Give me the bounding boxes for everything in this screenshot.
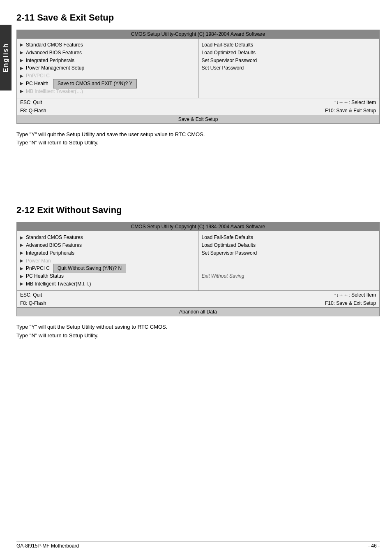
side-tab: English — [0, 25, 12, 91]
arrow-icon: ▶ — [20, 65, 23, 71]
footer-esc-quit-2: ESC: Quit — [20, 292, 42, 298]
right-item-2-5 — [202, 265, 376, 272]
right-item-2-7 — [202, 280, 376, 288]
right-item-2-6: Exit Without Saving — [202, 272, 376, 280]
right-item-1-2: Load Optimized Defaults — [202, 49, 376, 57]
right-item-1-1: Load Fail-Safe Defaults — [202, 41, 376, 49]
arrow-icon: ▶ — [20, 242, 23, 248]
quit-without-saving-dialog: Quit Without Saving (Y/N)? N — [53, 264, 126, 273]
section1-heading: 2-11 Save & Exit Setup — [16, 12, 380, 23]
cmos-status-bar-1: Save & Exit Setup — [17, 115, 379, 123]
cmos-footer-1: ESC: Quit ↑↓→←: Select Item — [17, 98, 379, 107]
menu-item-1-6: ▶ PC Health Save to CMOS and EXIT (Y/N)?… — [20, 80, 195, 88]
footer-select-item-1: ↑↓→←: Select Item — [334, 100, 376, 105]
cmos-right-1: Load Fail-Safe Defaults Load Optimized D… — [198, 39, 380, 98]
right-item-1-7 — [202, 88, 376, 95]
cmos-box-1: CMOS Setup Utility-Copyright (C) 1984-20… — [16, 30, 380, 124]
menu-item-2-3: ▶ Integrated Peripherals — [20, 249, 195, 257]
right-item-1-4: Set User Password — [202, 64, 376, 72]
footer-select-item-2: ↑↓→←: Select Item — [334, 292, 376, 298]
arrow-icon: ▶ — [20, 235, 23, 241]
section2-desc: Type "Y" will quit the Setup Utility wit… — [16, 323, 380, 340]
right-item-2-1: Load Fail-Safe Defaults — [202, 234, 376, 241]
cmos-footer-2b: F8: Q-Flash F10: Save & Exit Setup — [17, 299, 379, 307]
arrow-icon: ▶ — [20, 88, 23, 94]
save-exit-dialog: Save to CMOS and EXIT (Y/N)? Y — [53, 79, 137, 88]
section2-heading: 2-12 Exit Without Saving — [16, 205, 380, 216]
arrow-icon: ▶ — [20, 73, 23, 79]
menu-item-1-2: ▶ Advanced BIOS Features — [20, 49, 195, 57]
arrow-icon: ▶ — [20, 258, 23, 264]
menu-item-2-1: ▶ Standard CMOS Features — [20, 234, 195, 241]
footer-qflash-2: F8: Q-Flash — [20, 300, 46, 306]
right-item-2-2: Load Optimized Defaults — [202, 241, 376, 249]
menu-item-2-2: ▶ Advanced BIOS Features — [20, 241, 195, 249]
menu-item-1-7: ▶ MB Intelli ent Tweaker(…) — [20, 88, 195, 95]
footer-esc-quit-1: ESC: Quit — [20, 100, 42, 105]
cmos-title-2: CMOS Setup Utility-Copyright (C) 1984-20… — [17, 223, 379, 231]
right-item-2-3: Set Supervisor Password — [202, 249, 376, 257]
cmos-footer-1b: F8: Q-Flash F10: Save & Exit Setup — [17, 107, 379, 115]
section2-desc-line2: Type "N" will return to Setup Utility. — [16, 332, 380, 340]
footer-qflash-1: F8: Q-Flash — [20, 108, 46, 114]
arrow-icon: ▶ — [20, 58, 23, 63]
arrow-icon: ▶ — [20, 42, 23, 48]
arrow-icon: ▶ — [20, 281, 23, 287]
cmos-left-1: ▶ Standard CMOS Features ▶ Advanced BIOS… — [17, 39, 198, 98]
arrow-icon: ▶ — [20, 250, 23, 256]
footer-save-exit-2: F10: Save & Exit Setup — [325, 300, 376, 306]
cmos-title-1: CMOS Setup Utility-Copyright (C) 1984-20… — [17, 30, 379, 39]
right-item-1-5 — [202, 72, 376, 80]
menu-item-1-1: ▶ Standard CMOS Features — [20, 41, 195, 49]
menu-item-2-7: ▶ MB Intelligent Tweaker(M.I.T.) — [20, 280, 195, 288]
footer-page-number: - 46 - — [368, 543, 380, 549]
section1-desc: Type "Y" will quit the Setup Utility and… — [16, 130, 380, 148]
arrow-icon: ▶ — [20, 50, 23, 56]
section1-desc-line2: Type "N" will return to Setup Utility. — [16, 139, 380, 147]
arrow-icon: ▶ — [20, 81, 23, 86]
right-item-2-4 — [202, 257, 376, 265]
footer-save-exit-1: F10: Save & Exit Setup — [325, 108, 376, 114]
cmos-footer-2: ESC: Quit ↑↓→←: Select Item — [17, 290, 379, 299]
right-item-1-3: Set Supervisor Password — [202, 57, 376, 65]
section2-desc-line1: Type "Y" will quit the Setup Utility wit… — [16, 323, 380, 332]
section1-desc-line1: Type "Y" will quit the Setup Utility and… — [16, 130, 380, 139]
arrow-icon: ▶ — [20, 266, 23, 272]
right-item-1-6 — [202, 80, 376, 88]
menu-item-2-5: ▶ PnP/PCI C Quit Without Saving (Y/N)? N — [20, 265, 195, 272]
arrow-icon: ▶ — [20, 274, 23, 279]
footer-left: GA-8I915P-MF Motherboard — [16, 543, 79, 549]
menu-item-1-4: ▶ Power Management Setup — [20, 64, 195, 72]
cmos-left-2: ▶ Standard CMOS Features ▶ Advanced BIOS… — [17, 231, 198, 290]
menu-item-2-6: ▶ PC Health Status — [20, 272, 195, 280]
cmos-box-2: CMOS Setup Utility-Copyright (C) 1984-20… — [16, 222, 380, 316]
cmos-right-2: Load Fail-Safe Defaults Load Optimized D… — [198, 231, 380, 290]
menu-item-1-3: ▶ Integrated Peripherals — [20, 57, 195, 65]
cmos-status-bar-2: Abandon all Data — [17, 307, 379, 316]
